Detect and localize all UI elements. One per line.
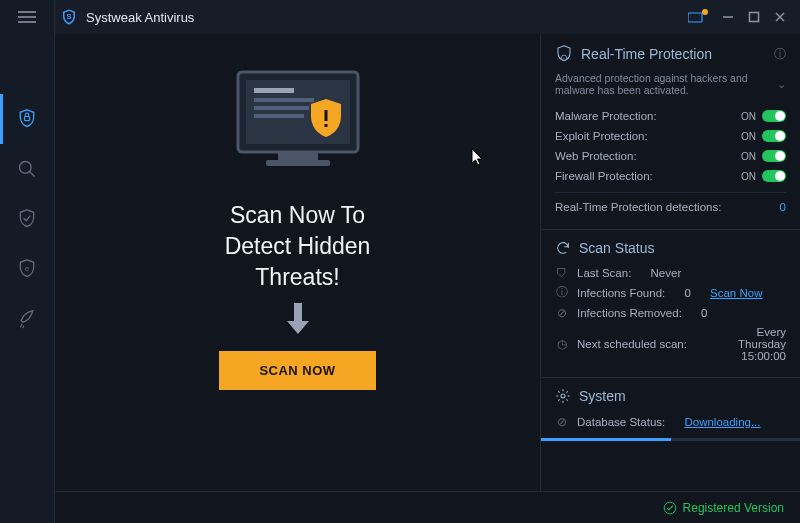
svg-text:e: e [25, 265, 29, 274]
section-scan-status: Scan Status ⛉Last Scan: Never ⓘInfection… [541, 230, 800, 378]
scan-now-button[interactable]: SCAN NOW [219, 351, 375, 390]
svg-rect-20 [266, 160, 330, 166]
close-button[interactable] [770, 7, 790, 27]
menu-toggle-icon[interactable] [0, 0, 54, 34]
svg-rect-19 [278, 152, 318, 160]
rtp-row-exploit: Exploit Protection: ON [555, 126, 786, 146]
svg-rect-23 [294, 303, 302, 321]
svg-rect-3 [750, 13, 759, 22]
sidebar-item-optimize[interactable] [0, 294, 54, 344]
svg-line-11 [30, 172, 35, 177]
notification-badge-icon[interactable] [688, 11, 704, 23]
main-area: Scan Now To Detect Hidden Threats! SCAN … [55, 34, 800, 491]
center-panel: Scan Now To Detect Hidden Threats! SCAN … [55, 34, 540, 491]
maximize-button[interactable] [744, 7, 764, 27]
section-rtp: i Real-Time Protection ⓘ Advanced protec… [541, 34, 800, 230]
right-panel: i Real-Time Protection ⓘ Advanced protec… [540, 34, 800, 491]
scan-now-link[interactable]: Scan Now [710, 287, 762, 299]
infections-found-row: ⓘInfections Found: 0 Scan Now [555, 282, 786, 303]
sidebar: e [0, 0, 55, 523]
title-bar: S Systweak Antivirus [0, 0, 800, 34]
toggle-exploit[interactable]: ON [741, 130, 786, 142]
down-arrow-icon [283, 301, 313, 337]
svg-rect-21 [324, 110, 327, 121]
db-status-row: ⊘Database Status: Downloading... [555, 412, 786, 432]
toggle-malware[interactable]: ON [741, 110, 786, 122]
download-progress-bar [541, 438, 800, 441]
system-title: System [579, 388, 626, 404]
svg-point-26 [561, 394, 565, 398]
chevron-down-icon[interactable]: ⌄ [777, 78, 786, 90]
svg-rect-22 [324, 124, 327, 127]
shield-rtp-icon: i [555, 44, 573, 64]
sidebar-item-quarantine[interactable]: e [0, 244, 54, 294]
svg-rect-17 [254, 106, 309, 110]
gear-icon [555, 388, 571, 404]
info-icon: ⓘ [555, 285, 569, 300]
scan-headline: Scan Now To Detect Hidden Threats! [225, 200, 371, 293]
toggle-firewall[interactable]: ON [741, 170, 786, 182]
next-scan-row: ◷Next scheduled scan: Every Thursday 15:… [555, 323, 786, 365]
section-system: System ⊘Database Status: Downloading... [541, 378, 800, 441]
toggle-web[interactable]: ON [741, 150, 786, 162]
sidebar-item-scan[interactable] [0, 144, 54, 194]
minimize-button[interactable] [718, 7, 738, 27]
svg-rect-15 [254, 88, 294, 93]
rtp-row-firewall: Firewall Protection: ON [555, 166, 786, 186]
check-shield-icon: ⛉ [555, 267, 569, 279]
check-circle-icon [663, 501, 677, 515]
check-circle-icon: ⊘ [555, 415, 569, 429]
scan-status-title: Scan Status [579, 240, 655, 256]
last-scan-row: ⛉Last Scan: Never [555, 264, 786, 282]
rtp-title: Real-Time Protection [581, 46, 712, 62]
db-status-value: Downloading... [684, 416, 760, 428]
clock-icon: ◷ [555, 337, 569, 351]
rtp-note: Advanced protection against hackers and … [555, 72, 786, 96]
registered-label: Registered Version [683, 501, 784, 515]
sync-icon [555, 240, 571, 256]
brand-shield-icon: S [60, 8, 78, 26]
rtp-row-malware: Malware Protection: ON [555, 106, 786, 126]
rtp-row-web: Web Protection: ON [555, 146, 786, 166]
help-icon[interactable]: ⓘ [774, 46, 786, 63]
app-title: Systweak Antivirus [86, 10, 194, 25]
svg-point-10 [20, 162, 32, 174]
check-circle-icon: ⊘ [555, 306, 569, 320]
sidebar-item-protection[interactable] [0, 94, 54, 144]
svg-text:S: S [66, 12, 71, 21]
sidebar-item-shield[interactable] [0, 194, 54, 244]
svg-rect-1 [688, 13, 702, 22]
svg-rect-16 [254, 98, 314, 102]
infections-removed-row: ⊘Infections Removed: 0 [555, 303, 786, 323]
rtp-detections-row: Real-Time Protection detections: 0 [555, 192, 786, 217]
monitor-illustration-icon [218, 64, 378, 194]
status-bar: Registered Version [55, 491, 800, 523]
svg-rect-9 [25, 117, 30, 121]
svg-rect-18 [254, 114, 304, 118]
